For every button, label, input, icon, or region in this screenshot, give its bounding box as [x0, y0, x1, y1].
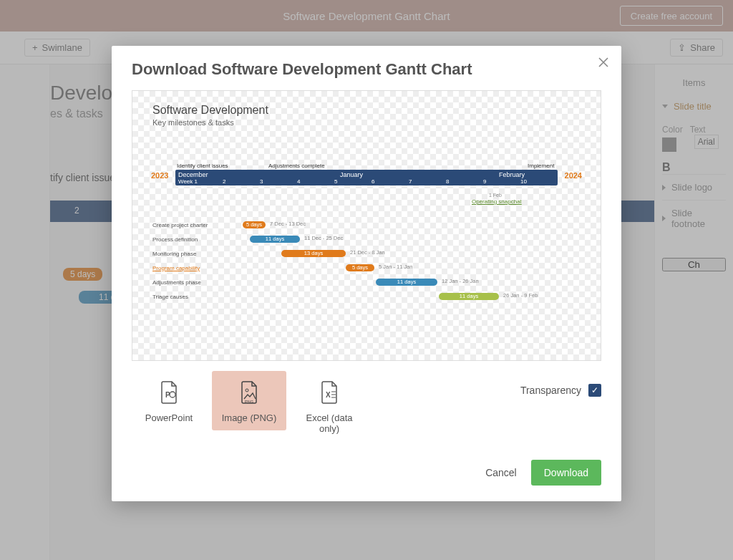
- task-bar: 11 days: [250, 236, 300, 243]
- operating-date: 1 Feb: [489, 193, 502, 198]
- svg-point-1: [170, 392, 175, 397]
- task-name: Triage causes: [152, 294, 238, 300]
- task-dates: 12 Jan - 26 Jan: [442, 278, 479, 284]
- modal-title: Download Software Development Gantt Char…: [132, 60, 601, 79]
- close-icon: [597, 56, 610, 69]
- task-name: Process definition: [152, 236, 238, 243]
- task-name: Adjustments phase: [152, 279, 238, 286]
- axis-year-left: 2023: [151, 171, 168, 180]
- modal-actions: Cancel Download: [132, 460, 601, 486]
- task-dates: 5 Jan - 11 Jan: [379, 264, 413, 270]
- cancel-button[interactable]: Cancel: [481, 461, 521, 484]
- chart-subtitle: Key milestones & tasks: [152, 118, 581, 127]
- task-row: Monitoring phase13 days21 Dec - 8 Jan: [152, 247, 581, 260]
- format-powerpoint[interactable]: P PowerPoint: [132, 371, 206, 430]
- task-track: 5 days7 Dec - 13 Dec: [238, 221, 581, 228]
- task-track: 11 days11 Dec - 25 Dec: [238, 236, 581, 243]
- task-row: Triage causes11 days26 Jan - 9 Feb: [152, 290, 581, 303]
- task-row: Program capability5 days5 Jan - 11 Jan: [152, 261, 581, 274]
- axis-year-right: 2024: [565, 171, 582, 180]
- task-row: Create project charter5 days7 Dec - 13 D…: [152, 218, 581, 231]
- task-dates: 26 Jan - 9 Feb: [503, 292, 538, 299]
- axis-week: 3: [260, 178, 263, 185]
- format-image-png[interactable]: PNG Image (PNG): [212, 371, 286, 430]
- axis-month-dec: December: [178, 171, 208, 178]
- axis-week: 5: [334, 178, 337, 185]
- format-label: Excel (data only): [295, 412, 364, 434]
- task-row: Process definition11 days11 Dec - 25 Dec: [152, 233, 581, 246]
- axis-bar: December January February Week 1 2 3 4 5…: [175, 170, 558, 185]
- format-excel[interactable]: X Excel (data only): [292, 371, 366, 441]
- gantt-axis: 2023 2024 December January February Week…: [152, 170, 581, 303]
- task-name: Monitoring phase: [152, 251, 238, 257]
- axis-week: 6: [372, 178, 374, 185]
- axis-week: 4: [297, 178, 300, 185]
- task-track: 5 days5 Jan - 11 Jan: [238, 264, 581, 271]
- axis-month-jan: January: [340, 171, 363, 178]
- transparency-label: Transparency: [520, 385, 581, 396]
- image-icon: PNG: [215, 380, 283, 405]
- task-track: 11 days26 Jan - 9 Feb: [238, 293, 581, 300]
- axis-week: 9: [483, 178, 486, 185]
- axis-week1: Week 1: [178, 178, 198, 185]
- transparency-option: Transparency ✓: [520, 371, 601, 397]
- operating-label: Operating snapchat: [472, 198, 522, 205]
- powerpoint-icon: P: [135, 380, 203, 405]
- transparency-checkbox[interactable]: ✓: [588, 384, 601, 397]
- task-track: 13 days21 Dec - 8 Jan: [238, 250, 581, 257]
- task-bar: 11 days: [376, 279, 437, 286]
- task-list: Create project charter5 days7 Dec - 13 D…: [152, 218, 581, 303]
- preview-pane: Software Development Key milestones & ta…: [132, 90, 601, 361]
- axis-week: 2: [223, 178, 225, 185]
- format-options: P PowerPoint PNG Image (PNG) X Excel (da…: [132, 371, 601, 441]
- svg-text:PNG: PNG: [245, 400, 253, 404]
- svg-text:X: X: [326, 391, 331, 399]
- task-track: 11 days12 Jan - 26 Jan: [238, 279, 581, 286]
- task-bar: 13 days: [281, 250, 346, 257]
- svg-point-2: [246, 389, 248, 392]
- task-name: Program capability: [152, 265, 238, 271]
- axis-month-feb: February: [499, 171, 525, 178]
- close-button[interactable]: [597, 56, 610, 69]
- task-row: Adjustments phase11 days12 Jan - 26 Jan: [152, 276, 581, 289]
- download-button[interactable]: Download: [531, 460, 601, 486]
- task-bar: 11 days: [439, 293, 499, 300]
- axis-week: 10: [520, 178, 527, 185]
- format-label: Image (PNG): [215, 412, 283, 423]
- task-bar: 5 days: [243, 221, 266, 228]
- task-dates: 11 Dec - 25 Dec: [304, 235, 343, 241]
- task-bar: 5 days: [346, 264, 374, 271]
- axis-week: 7: [409, 178, 412, 185]
- modal-overlay: Download Software Development Gantt Char…: [0, 0, 733, 560]
- task-dates: 7 Dec - 13 Dec: [270, 221, 306, 227]
- chart-title: Software Development: [152, 104, 581, 117]
- task-dates: 21 Dec - 8 Jan: [350, 249, 385, 256]
- download-modal: Download Software Development Gantt Char…: [112, 46, 621, 501]
- axis-week: 8: [446, 178, 449, 185]
- excel-icon: X: [295, 380, 364, 405]
- task-name: Create project charter: [152, 222, 238, 228]
- format-label: PowerPoint: [135, 412, 203, 423]
